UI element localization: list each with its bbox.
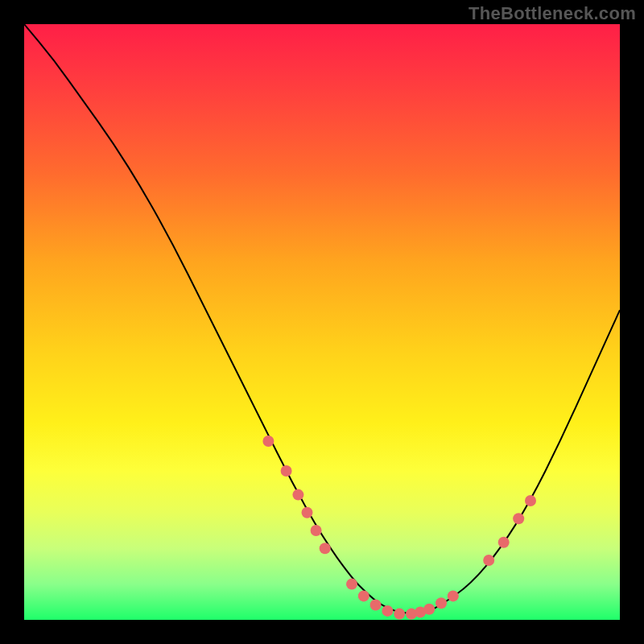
plot-area: [24, 24, 620, 620]
data-point-marker: [436, 597, 447, 609]
data-point-marker: [292, 489, 303, 501]
data-point-marker: [448, 590, 459, 601]
data-point-marker: [370, 600, 382, 611]
data-point-marker: [513, 513, 524, 524]
data-point-marker: [346, 579, 357, 590]
curve-svg: [24, 24, 620, 620]
data-point-marker: [311, 525, 322, 536]
data-point-marker: [525, 495, 536, 506]
data-point-marker: [415, 606, 426, 617]
bottleneck-curve: [24, 24, 620, 613]
data-markers: [262, 436, 536, 620]
data-point-marker: [358, 590, 369, 601]
data-point-marker: [320, 543, 331, 554]
data-point-marker: [423, 604, 435, 615]
data-point-marker: [281, 465, 292, 477]
data-point-marker: [262, 436, 274, 447]
data-point-marker: [302, 507, 313, 518]
data-point-marker: [394, 609, 405, 620]
data-point-marker: [382, 605, 393, 617]
chart-container: TheBottleneck.com: [0, 0, 644, 644]
data-point-marker: [483, 555, 494, 566]
data-point-marker: [498, 537, 510, 548]
watermark-text: TheBottleneck.com: [469, 3, 636, 24]
data-point-marker: [406, 609, 417, 620]
